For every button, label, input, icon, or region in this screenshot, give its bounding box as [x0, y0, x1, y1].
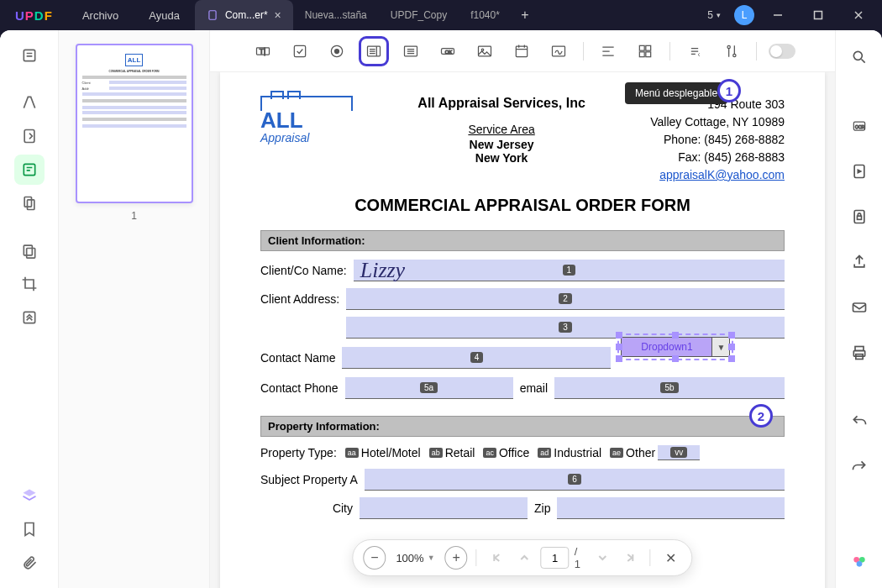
- dropdown-form-field[interactable]: Dropdown1 ▼: [617, 333, 733, 360]
- convert-icon[interactable]: [844, 156, 874, 186]
- compress-icon[interactable]: [14, 302, 45, 333]
- user-avatar[interactable]: L: [734, 5, 754, 25]
- protect-icon[interactable]: [844, 202, 874, 232]
- layers-icon[interactable]: [14, 480, 45, 511]
- svg-point-50: [727, 45, 730, 48]
- button-icon[interactable]: OK: [435, 39, 460, 64]
- svg-rect-13: [27, 200, 34, 210]
- right-sidebar: OCR: [835, 30, 882, 588]
- add-tab-button[interactable]: +: [512, 0, 538, 30]
- dropdown-tool-icon[interactable]: [361, 39, 386, 64]
- date-field-icon[interactable]: [509, 39, 534, 64]
- grid-icon[interactable]: [633, 39, 658, 64]
- ai-icon[interactable]: [844, 546, 874, 576]
- close-bar-button[interactable]: ✕: [659, 546, 682, 570]
- bookmark-icon[interactable]: [14, 514, 45, 544]
- client-name-field[interactable]: Lizzy 1: [354, 260, 785, 281]
- document-icon: [207, 9, 218, 21]
- close-window-button[interactable]: [842, 0, 875, 30]
- chevron-down-icon: ▼: [712, 338, 729, 356]
- svg-line-55: [861, 60, 864, 63]
- contact-name-field[interactable]: 4: [342, 347, 611, 369]
- signature-icon[interactable]: [546, 39, 571, 64]
- order-icon[interactable]: [682, 39, 707, 64]
- notification-count[interactable]: 5▾: [701, 9, 727, 21]
- next-page-button[interactable]: [591, 546, 614, 570]
- search-icon[interactable]: [844, 42, 874, 72]
- image-field-icon[interactable]: [472, 39, 497, 64]
- zoom-in-button[interactable]: +: [445, 546, 468, 570]
- company-name: All Appraisal Services, Inc: [353, 96, 650, 111]
- form-tool-icon[interactable]: [14, 155, 45, 185]
- section-header-2: Property Information:: [260, 416, 785, 437]
- tooltip: Menú desplegable: [625, 82, 727, 104]
- tab-label: Com...er*: [225, 9, 268, 21]
- listbox-icon[interactable]: [398, 39, 423, 64]
- client-address-field[interactable]: 2: [346, 288, 785, 310]
- subject-address-field[interactable]: 6: [365, 469, 785, 491]
- svg-point-67: [856, 561, 862, 567]
- preview-toggle[interactable]: [769, 44, 795, 59]
- thumbnail-page-number: 1: [67, 210, 201, 222]
- page-number-input[interactable]: [541, 547, 570, 569]
- prev-page-button[interactable]: [513, 546, 536, 570]
- crop-icon[interactable]: [14, 269, 45, 299]
- email-field[interactable]: 5b: [554, 377, 785, 399]
- maximize-button[interactable]: [801, 0, 835, 30]
- close-icon[interactable]: ×: [275, 8, 281, 22]
- checkbox-icon[interactable]: [287, 39, 312, 64]
- svg-text:OCR: OCR: [855, 124, 865, 129]
- email-icon[interactable]: [844, 292, 874, 323]
- page-thumbnail[interactable]: ALL COMMERCIAL APPRAISAL ORDER FORM Clie…: [76, 44, 193, 203]
- svg-rect-2: [815, 12, 822, 19]
- svg-rect-61: [853, 303, 865, 312]
- zoom-level[interactable]: 100%▼: [391, 552, 439, 564]
- print-icon[interactable]: [844, 338, 874, 368]
- radio-icon[interactable]: [324, 39, 349, 64]
- attachment-icon[interactable]: [14, 548, 45, 578]
- tab-active[interactable]: Com...er* ×: [195, 0, 293, 30]
- thumbnail-panel: ALL COMMERCIAL APPRAISAL ORDER FORM Clie…: [59, 30, 210, 588]
- svg-rect-15: [26, 249, 34, 259]
- svg-point-54: [853, 51, 862, 60]
- svg-text:T|: T|: [259, 47, 265, 55]
- highlight-icon[interactable]: [14, 87, 45, 118]
- ocr-icon[interactable]: OCR: [844, 111, 874, 141]
- edit-icon[interactable]: [14, 121, 45, 151]
- text-field-icon[interactable]: T|: [250, 39, 276, 64]
- align-icon[interactable]: [596, 39, 621, 64]
- section-header: Client Information:: [260, 230, 785, 251]
- svg-rect-43: [639, 45, 644, 50]
- first-page-button[interactable]: [486, 546, 508, 570]
- zoom-out-button[interactable]: −: [363, 546, 386, 570]
- redact-icon[interactable]: [14, 235, 45, 265]
- reader-icon[interactable]: [14, 40, 45, 71]
- svg-rect-46: [645, 51, 650, 56]
- tools-icon[interactable]: [719, 39, 744, 64]
- annotation-marker-1: 1: [717, 79, 741, 102]
- zip-field[interactable]: [557, 497, 785, 519]
- svg-text:OK: OK: [444, 49, 452, 54]
- minimize-button[interactable]: [761, 0, 795, 30]
- svg-rect-14: [24, 245, 32, 255]
- form-toolbar: T| OK: [210, 30, 835, 72]
- menu-file[interactable]: Archivo: [67, 9, 134, 22]
- menu-help[interactable]: Ayuda: [134, 9, 195, 22]
- left-sidebar: [0, 30, 59, 588]
- redo-icon[interactable]: [844, 452, 874, 482]
- undo-icon[interactable]: [844, 407, 874, 437]
- last-page-button[interactable]: [619, 546, 642, 570]
- tab-1[interactable]: Nueva...staña: [293, 0, 379, 30]
- zoom-navigation-bar: − 100%▼ + / 1 ✕: [352, 539, 692, 576]
- city-field[interactable]: [360, 497, 528, 519]
- tab-3[interactable]: f1040*: [459, 0, 512, 30]
- organize-icon[interactable]: [14, 188, 45, 218]
- svg-rect-60: [857, 216, 861, 219]
- email-link[interactable]: appraisalK@yahoo.com: [659, 168, 785, 181]
- company-contact: 194 Route 303 Valley Cottage, NY 10989 P…: [650, 96, 785, 184]
- company-logo: ALL Appraisal: [260, 96, 353, 144]
- tab-2[interactable]: UPDF_Copy: [379, 0, 459, 30]
- share-icon[interactable]: [844, 247, 874, 277]
- contact-phone-field[interactable]: 5a: [345, 377, 513, 399]
- svg-rect-45: [639, 51, 644, 56]
